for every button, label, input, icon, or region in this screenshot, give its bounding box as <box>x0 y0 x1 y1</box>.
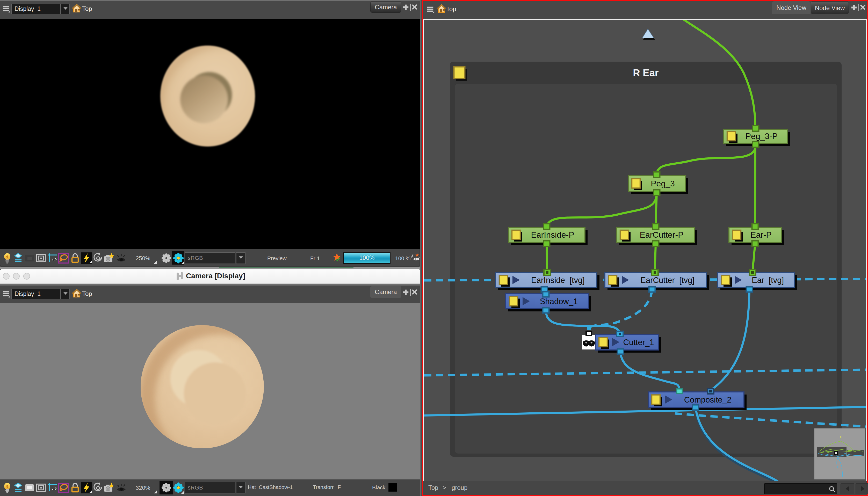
panel-menu-icon[interactable] <box>427 6 435 14</box>
layers-icon[interactable] <box>15 483 21 492</box>
node-EarCutter[interactable]: EarCutter [tvg] <box>605 270 709 292</box>
color-space-arrow[interactable] <box>236 482 246 493</box>
search-next-button[interactable] <box>856 483 868 494</box>
node-yellow-icon[interactable] <box>652 395 660 404</box>
flat-region-icon[interactable] <box>25 255 34 262</box>
add-view-icon[interactable] <box>403 289 409 295</box>
display-select[interactable]: Display_1 <box>11 289 61 299</box>
node-search-input[interactable] <box>764 483 837 494</box>
zoom-level[interactable]: 320% <box>136 485 150 491</box>
node-Ear-P[interactable]: Ear-P <box>729 224 784 246</box>
preview-eye-icon[interactable] <box>117 254 126 262</box>
node-Shadow_1[interactable]: Shadow_1 <box>506 292 591 313</box>
lasso-visibility-icon[interactable] <box>59 483 68 493</box>
node-yellow-icon[interactable] <box>499 276 508 285</box>
node-yellow-icon[interactable] <box>722 276 730 285</box>
port-green[interactable] <box>753 142 759 147</box>
node-yellow-icon[interactable] <box>599 338 607 347</box>
node-view-tab-inactive[interactable]: Node View <box>772 1 810 14</box>
node-yellow-icon[interactable] <box>632 179 640 188</box>
node-yellow-icon[interactable] <box>512 230 520 239</box>
node-yellow-icon[interactable] <box>608 276 617 285</box>
breadcrumb-root[interactable]: Top <box>428 484 438 491</box>
zoom-dropdown-corner[interactable] <box>154 490 157 493</box>
preview-eye-icon[interactable] <box>117 484 126 491</box>
auto-render-icon[interactable] <box>94 482 102 491</box>
node-yellow-icon[interactable] <box>620 230 629 239</box>
node-Peg_3[interactable]: Peg_3 <box>628 172 688 196</box>
add-view-icon[interactable] <box>403 4 409 10</box>
node-EarInside-P[interactable]: EarInside-P <box>508 224 588 246</box>
camera-tab[interactable]: Camera <box>370 286 401 298</box>
panel-menu-icon[interactable] <box>3 5 10 13</box>
zoom-dropdown-corner[interactable] <box>154 260 157 264</box>
grid-visibility-icon[interactable] <box>48 253 57 262</box>
port-green[interactable] <box>753 126 759 131</box>
port-matte[interactable] <box>586 331 592 336</box>
window-minimize-circle[interactable] <box>13 273 20 280</box>
close-view-icon[interactable] <box>412 289 417 295</box>
port-green[interactable] <box>544 224 550 229</box>
breadcrumb-current[interactable]: group <box>452 484 467 491</box>
node-graph-area[interactable]: R Ear Peg_3-PPeg_3EarInside-PEarCutter-P… <box>423 19 867 481</box>
node-EarInside[interactable]: EarInside [tvg] <box>496 270 600 292</box>
camera-tab[interactable]: Camera <box>370 1 401 13</box>
port-cyan[interactable] <box>543 308 549 313</box>
render-preview-eye-icon[interactable] <box>411 253 420 262</box>
close-view-icon[interactable] <box>412 4 417 10</box>
window-title-bar[interactable]: Camera [Display] <box>0 269 420 284</box>
safe-area-icon[interactable] <box>36 484 45 491</box>
node-yellow-icon[interactable] <box>732 230 741 239</box>
node-Peg_3-P[interactable]: Peg_3-P <box>724 126 790 147</box>
lock-icon[interactable] <box>72 483 78 492</box>
zoom-level[interactable]: 250% <box>136 255 150 262</box>
home-icon[interactable] <box>72 3 81 12</box>
color-space-arrow[interactable] <box>236 252 246 264</box>
home-icon[interactable] <box>437 3 446 13</box>
camera2-viewport-render[interactable] <box>0 303 420 479</box>
color-space-select[interactable]: sRGB <box>185 252 235 264</box>
port-teal[interactable] <box>677 389 682 393</box>
search-prev-button[interactable] <box>840 483 854 494</box>
panel-menu-icon[interactable] <box>3 290 10 298</box>
node-Ear[interactable]: Ear [tvg] <box>718 270 797 292</box>
layers-icon[interactable] <box>15 253 21 262</box>
safe-area-icon[interactable] <box>36 254 45 262</box>
window-zoom-circle[interactable] <box>23 273 30 280</box>
add-view-icon[interactable] <box>851 4 857 11</box>
node-view-tab-active[interactable]: Node View <box>811 1 849 14</box>
navigator-minimap[interactable] <box>815 429 865 479</box>
display-select-arrow[interactable] <box>61 289 69 299</box>
group-backdrop[interactable]: R Ear <box>450 62 841 456</box>
port-cyan[interactable] <box>617 349 623 354</box>
window-close-circle[interactable] <box>3 273 10 280</box>
home-icon[interactable] <box>72 288 81 297</box>
port-green[interactable] <box>654 172 660 177</box>
grid-visibility-icon[interactable] <box>48 483 57 491</box>
render-flash-icon[interactable] <box>81 252 92 264</box>
port-green[interactable] <box>752 224 758 229</box>
lasso-visibility-icon[interactable] <box>59 254 68 263</box>
snapshot-icon[interactable] <box>104 253 114 262</box>
node-Composite_2[interactable]: Composite_2 <box>648 389 746 410</box>
render-flash-icon[interactable] <box>81 482 92 493</box>
light-bulb-icon[interactable] <box>4 483 10 493</box>
auto-render-icon[interactable] <box>94 253 102 261</box>
port-green[interactable] <box>653 241 659 246</box>
color-space-select[interactable]: sRGB <box>185 482 235 493</box>
backdrop-yellow-icon[interactable] <box>454 67 465 78</box>
node-yellow-icon[interactable] <box>727 131 735 141</box>
close-view-icon[interactable] <box>860 4 866 10</box>
lock-icon[interactable] <box>72 254 78 262</box>
light-bulb-icon[interactable] <box>4 253 10 263</box>
port-green[interactable] <box>654 190 660 196</box>
port-green[interactable] <box>752 241 758 246</box>
snapshot-icon[interactable] <box>104 482 114 492</box>
cable-earinsidep-earinside[interactable] <box>547 244 547 272</box>
background-color-swatch[interactable] <box>388 483 397 492</box>
node-EarCutter-P[interactable]: EarCutter-P <box>617 224 697 246</box>
port-cyan[interactable] <box>746 287 753 292</box>
display-select[interactable]: Display_1 <box>11 4 61 14</box>
display-select-arrow[interactable] <box>61 4 69 14</box>
render-gear-icon[interactable] <box>161 253 171 263</box>
